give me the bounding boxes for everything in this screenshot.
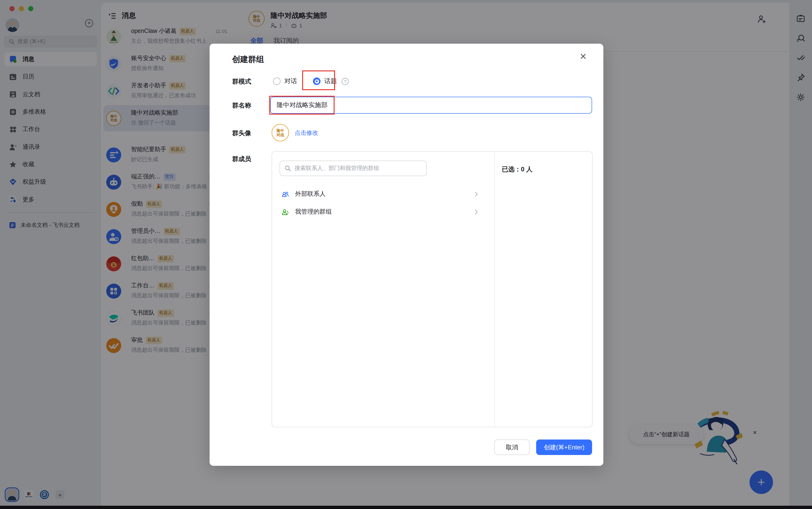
cancel-label: 取消	[506, 443, 518, 451]
group-avatar-preview[interactable]: 隆中 对战	[271, 124, 289, 141]
member-search-input[interactable]: 搜索联系人、部门和我管理的群组	[280, 161, 427, 176]
change-avatar-link[interactable]: 点击修改	[295, 129, 318, 137]
external-contacts-label: 外部联系人	[295, 190, 326, 198]
search-icon	[285, 165, 291, 171]
create-group-modal: 创建群组 × 群模式 对话 话题 ? 群名称 隆中对战略实施部 群头像 隆中 对…	[209, 44, 604, 466]
annotation-box-group-name	[269, 96, 334, 114]
chevron-right-icon	[473, 209, 478, 214]
group-mode-label: 群模式	[232, 77, 251, 86]
modal-title: 创建群组	[232, 54, 264, 65]
group-members-label: 群成员	[232, 155, 251, 163]
group-name-label: 群名称	[232, 101, 251, 110]
annotation-box-topic	[302, 70, 335, 90]
app-window: + 搜索 (⌘+K) 消息 日历 云文档 多维表格 工作台 通讯录	[0, 0, 812, 509]
avatar-text: 隆中	[277, 128, 284, 133]
chevron-right-icon	[473, 192, 478, 196]
managed-groups-label: 我管理的群组	[295, 208, 332, 216]
radio-dialog-label[interactable]: 对话	[284, 77, 297, 86]
managed-groups-icon	[282, 208, 289, 216]
picker-divider	[494, 152, 495, 427]
member-search-placeholder: 搜索联系人、部门和我管理的群组	[295, 164, 379, 172]
modal-close-icon[interactable]: ×	[580, 49, 586, 63]
help-icon[interactable]: ?	[342, 78, 349, 85]
create-button[interactable]: 创建(⌘+Enter)	[536, 440, 592, 455]
cancel-button[interactable]: 取消	[494, 440, 529, 455]
external-contacts-item[interactable]: 外部联系人	[276, 185, 487, 202]
create-label: 创建(⌘+Enter)	[544, 443, 585, 451]
managed-groups-item[interactable]: 我管理的群组	[276, 203, 487, 220]
selected-count: 已选：0 人	[502, 165, 533, 174]
radio-dialog[interactable]	[273, 77, 281, 85]
member-picker: 搜索联系人、部门和我管理的群组 外部联系人 我管理的群组 已选：0 人	[271, 151, 592, 427]
avatar-text: 对战	[277, 133, 284, 137]
external-contacts-icon	[282, 190, 289, 198]
group-avatar-label: 群头像	[232, 129, 251, 138]
